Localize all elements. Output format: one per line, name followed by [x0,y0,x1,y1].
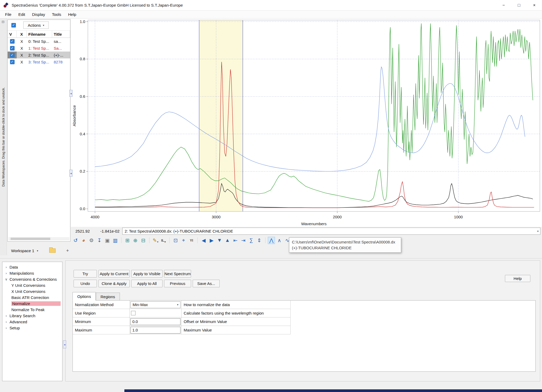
tree-item-library-search[interactable]: ›Library Search [2,313,62,319]
row-visible-cell[interactable] [8,38,17,45]
dropdown-caret-icon[interactable]: ▾ [165,241,166,244]
previous-button[interactable]: Previous [164,280,191,287]
use-region-checkbox[interactable] [131,311,136,315]
chevron-icon[interactable]: › [4,320,8,324]
settings-gear-icon[interactable]: ⚙ [88,237,95,244]
save-as-button[interactable]: Save As... [193,280,220,287]
sort-stack-icon[interactable]: ⇕ [256,237,263,244]
zoom-extents-icon[interactable]: ⊞ [124,237,131,244]
clone-apply-button[interactable]: Clone & Apply [98,280,130,287]
maximum-input[interactable]: 1.0 [130,327,180,334]
pin-chart-icon[interactable]: ↧ [96,237,103,244]
spectra-chart[interactable]: 40003000200010000.00.20.40.60.81.0Wavenu… [71,19,542,227]
checked-checkbox-icon[interactable] [10,60,15,64]
panel-collapse-handle[interactable]: ◂ [69,170,73,177]
pan-axes-icon[interactable]: ⊕ [132,237,139,244]
nav-down-icon[interactable]: ▼ [216,237,223,244]
tree-item-y-unit-conversions[interactable]: Y Unit Conversions [2,282,62,288]
axis-labels-icon[interactable]: IL▾ [160,237,167,244]
tree-item-normalize-to-peak[interactable]: Normalize To Peak [2,307,62,313]
row-visible-cell[interactable] [8,58,17,65]
apply-to-all-button[interactable]: Apply to All [131,280,162,287]
tree-item-normalize[interactable]: Normalize [2,301,62,307]
workspace-dock-bar[interactable]: ⊟ Data Workspaces. Drag this bar or doub… [0,19,7,255]
file-table-row[interactable]: X0: Test Sp...sa... [8,38,70,45]
pan-hand-icon[interactable]: ⌖ [180,237,187,244]
menu-tools[interactable]: Tools [48,11,65,18]
selected-wavelength-region[interactable] [199,20,243,211]
nav-left-icon[interactable]: ◀ [200,237,207,244]
select-all-checkbox[interactable] [11,23,16,27]
reset-view-icon[interactable]: ↺ [72,237,79,244]
tree-item-data[interactable]: ›Data [2,264,62,270]
nav-last-icon[interactable]: ⇥ [240,237,247,244]
copy-chart-icon[interactable]: ▣ [104,237,111,244]
dropdown-caret-icon[interactable]: ▾ [157,241,159,244]
tree-item-manipulations[interactable]: ›Manipulations [2,270,62,276]
tree-item-advanced[interactable]: ›Advanced [2,319,62,325]
file-table-row[interactable]: X2: Test Sp...(+)-... [8,52,70,58]
action-buttons: TryApply to CurrentApply to VisibleNext … [74,270,220,287]
workspace-selector[interactable]: Workspace 1 ▾ [7,248,38,253]
row-visible-cell[interactable] [8,52,17,58]
zoom-box-icon[interactable]: ⊡ [172,237,179,244]
next-spectrum-button[interactable]: Next Spectrum [164,270,191,278]
nav-up-icon[interactable]: ▲ [224,237,231,244]
horizontal-scrollbar[interactable] [8,237,69,241]
open-folder-icon[interactable] [49,248,56,253]
apply-to-visible-button[interactable]: Apply to Visible [131,270,162,278]
axes-setup-icon[interactable]: ⊟ [140,237,147,244]
chevron-icon[interactable]: › [4,271,8,275]
checked-checkbox-icon[interactable] [10,53,15,57]
row-visible-cell[interactable] [8,45,17,52]
peak-pick-icon[interactable]: ⋀ [268,237,275,244]
checked-checkbox-icon[interactable] [10,39,15,44]
tree-item-basic-atr-correction[interactable]: Basic ATR Correction [2,294,62,301]
histogram-icon[interactable]: ▥ [112,237,119,244]
nav-first-icon[interactable]: ⇤ [232,237,239,244]
chevron-icon[interactable]: ∨ [4,277,8,281]
chevron-icon[interactable]: › [4,314,8,318]
chevron-icon[interactable]: › [4,326,8,330]
maximize-button[interactable]: □ [511,0,527,11]
column-header-visible[interactable]: V [8,31,17,38]
tab-regions[interactable]: Regions [96,293,120,301]
tab-options[interactable]: Options [73,292,96,301]
undo-button[interactable]: Undo [74,280,97,287]
y-rescale-icon[interactable]: YI [188,237,195,244]
menu-display[interactable]: Display [29,11,48,18]
spectra-chart-panel[interactable]: 40003000200010000.00.20.40.60.81.0Wavenu… [71,19,542,227]
active-spectrum-dropdown[interactable]: 2: Test Spectra\A00008.dx: (+)-TUBOCURAR… [122,228,540,235]
normalization-method-select[interactable]: Min-Max▾ [130,301,180,308]
edit-annotations-icon[interactable]: ✎▾ [152,237,159,244]
minimum-input[interactable]: 0.0 [130,318,180,325]
sum-spectra-icon[interactable]: ∑ [248,237,255,244]
panel-splitter-handle[interactable]: ◂ [63,340,66,348]
checked-checkbox-icon[interactable] [10,46,15,50]
scrollbar-thumb[interactable] [11,238,50,240]
color-palette-icon[interactable]: ◕ [80,237,87,244]
column-header-title[interactable]: Title [52,31,70,38]
apply-to-current-button[interactable]: Apply to Current [98,270,130,278]
nav-right-icon[interactable]: ▶ [208,237,215,244]
help-button[interactable]: Help [505,275,530,282]
minimize-button[interactable]: − [496,0,511,11]
tree-item-x-unit-conversions[interactable]: X Unit Conversions [2,288,62,294]
menu-edit[interactable]: Edit [15,11,29,18]
panel-collapse-handle[interactable]: ◂ [69,90,73,97]
peak-label-icon[interactable]: ∧ [276,237,283,244]
close-button[interactable]: × [527,0,542,11]
file-table-row[interactable]: X1: Test Sp...Sa... [8,45,70,52]
try-button[interactable]: Try [74,270,97,278]
menu-file[interactable]: File [2,11,15,18]
dropdown-caret-icon[interactable]: ▾ [177,303,178,306]
file-table-row[interactable]: X3: Test Sp...8278 [8,58,70,65]
tree-item-setup[interactable]: ›Setup [2,325,62,331]
tree-item-conversions-corrections[interactable]: ∨Conversions & Corrections [2,276,62,282]
chevron-icon[interactable]: › [4,265,8,269]
float-panel-icon[interactable]: + [66,248,69,253]
column-header-x[interactable]: X [17,31,27,38]
actions-dropdown[interactable]: Actions ▾ [23,21,49,29]
menu-help[interactable]: Help [65,11,80,18]
column-header-filename[interactable]: Filename [27,31,52,38]
